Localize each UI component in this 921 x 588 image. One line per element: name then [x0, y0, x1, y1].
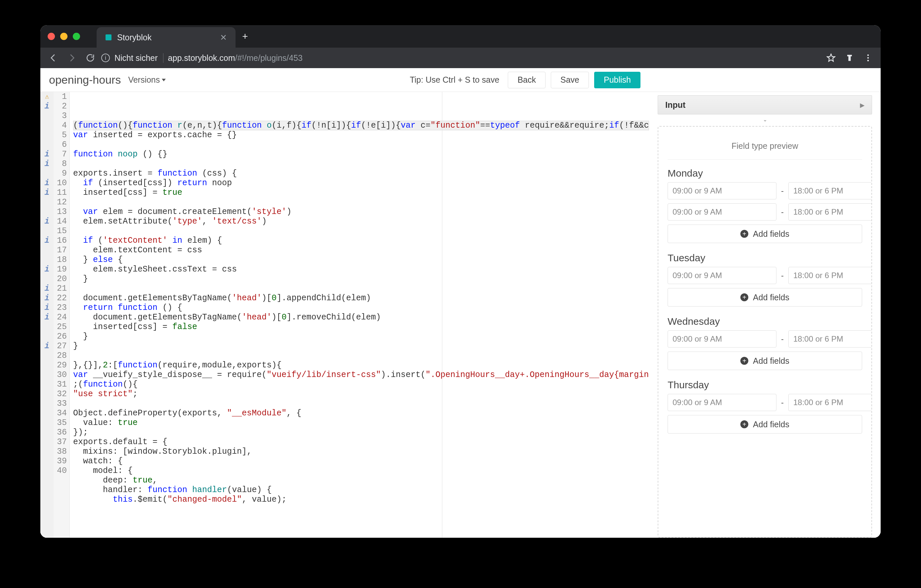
chevron-right-icon: ▸ — [860, 100, 864, 110]
versions-dropdown[interactable]: Versions — [128, 75, 166, 84]
address-field[interactable]: i Nicht sicher app.storyblok.com/#!/me/p… — [101, 53, 820, 63]
dash: - — [780, 335, 785, 344]
plus-icon: + — [740, 420, 748, 428]
add-fields-label: Add fields — [753, 356, 789, 366]
day-name: Tuesday — [667, 252, 862, 263]
open-time-input[interactable] — [667, 203, 776, 221]
code-line[interactable] — [73, 140, 649, 149]
code-editor[interactable]: ⚠iiiiiiiiiiiii 1234567891011121314151617… — [41, 92, 649, 538]
page-title: opening-hours — [49, 73, 121, 86]
reload-icon[interactable] — [85, 53, 95, 63]
code-line[interactable]: mixins: [window.Storyblok.plugin], — [73, 447, 649, 456]
page-content: opening-hours Versions Tip: Use Ctrl + S… — [41, 68, 880, 538]
code-line[interactable]: if (inserted[css]) return noop — [73, 178, 649, 188]
open-time-input[interactable] — [667, 182, 776, 200]
open-time-input[interactable] — [667, 394, 776, 411]
code-line[interactable] — [73, 159, 649, 169]
code-line[interactable]: document.getElementsByTagName('head')[0]… — [73, 312, 649, 322]
day-block: Tuesday-+Add fields — [667, 252, 862, 307]
publish-button[interactable]: Publish — [594, 72, 641, 88]
open-time-input[interactable] — [667, 267, 776, 284]
code-line[interactable]: }); — [73, 427, 649, 437]
code-line[interactable]: exports.insert = function (css) { — [73, 169, 649, 178]
close-time-input[interactable] — [788, 203, 872, 221]
code-line[interactable]: (function(){function r(e,n,t){function o… — [73, 121, 649, 130]
code-body[interactable]: (function(){function r(e,n,t){function o… — [70, 92, 649, 538]
input-panel-header[interactable]: Input ▸ — [658, 95, 872, 114]
code-line[interactable]: if ('textContent' in elem) { — [73, 236, 649, 245]
day-block: Thursday-+Add fields — [667, 379, 862, 434]
site-info-icon[interactable]: i — [101, 54, 110, 62]
not-secure-label: Nicht sicher — [114, 53, 163, 63]
new-tab-icon[interactable]: + — [242, 31, 248, 42]
collapse-icon[interactable]: ⌄ — [649, 116, 880, 123]
code-line[interactable]: } else { — [73, 255, 649, 265]
maximize-window-icon[interactable] — [73, 33, 80, 40]
code-line[interactable]: var elem = document.createElement('style… — [73, 207, 649, 217]
code-line[interactable]: elem.setAttribute('type', 'text/css') — [73, 217, 649, 226]
minimize-window-icon[interactable] — [60, 33, 67, 40]
page-header: opening-hours Versions Tip: Use Ctrl + S… — [41, 68, 649, 92]
code-line[interactable]: exports.default = { — [73, 437, 649, 447]
code-line[interactable]: handler: function handler(value) { — [73, 485, 649, 495]
code-line[interactable]: return function () { — [73, 303, 649, 312]
extensions-icon[interactable] — [845, 53, 854, 62]
code-line[interactable]: Object.defineProperty(exports, "__esModu… — [73, 408, 649, 418]
add-fields-label: Add fields — [753, 229, 789, 239]
back-icon[interactable] — [48, 53, 58, 63]
add-fields-button[interactable]: +Add fields — [667, 415, 862, 434]
url-path: /#!/me/plugins/453 — [235, 53, 303, 62]
tab-bar: Storyblok ✕ + — [41, 25, 880, 48]
code-line[interactable]: document.getElementsByTagName('head')[0]… — [73, 293, 649, 303]
svg-point-1 — [867, 55, 869, 56]
code-line[interactable]: var __vueify_style_dispose__ = require("… — [73, 370, 649, 380]
code-line[interactable]: var inserted = exports.cache = {} — [73, 130, 649, 140]
add-fields-button[interactable]: +Add fields — [667, 224, 862, 243]
code-line[interactable]: "use strict"; — [73, 389, 649, 399]
code-line[interactable]: function noop () {} — [73, 149, 649, 159]
close-time-input[interactable] — [788, 330, 872, 348]
code-line[interactable]: elem.textContent = css — [73, 245, 649, 255]
close-time-input[interactable] — [788, 267, 872, 284]
code-line[interactable]: inserted[css] = false — [73, 322, 649, 332]
code-line[interactable] — [73, 197, 649, 207]
svg-rect-0 — [106, 34, 111, 41]
save-button[interactable]: Save — [551, 72, 589, 88]
code-line[interactable]: } — [73, 341, 649, 351]
code-line[interactable]: elem.styleSheet.cssText = css — [73, 265, 649, 274]
day-name: Wednesday — [667, 316, 862, 327]
close-tab-icon[interactable]: ✕ — [219, 33, 228, 42]
input-panel-label: Input — [665, 100, 685, 110]
code-line[interactable]: model: { — [73, 466, 649, 476]
code-line[interactable]: watch: { — [73, 456, 649, 466]
add-fields-button[interactable]: +Add fields — [667, 352, 862, 370]
code-line[interactable]: } — [73, 332, 649, 341]
forward-icon[interactable] — [67, 53, 77, 63]
add-fields-button[interactable]: +Add fields — [667, 288, 862, 307]
traffic-lights — [48, 33, 80, 40]
code-line[interactable]: } — [73, 274, 649, 284]
preview-title: Field type preview — [667, 134, 862, 159]
versions-label: Versions — [128, 75, 160, 84]
open-time-input[interactable] — [667, 330, 776, 348]
code-line[interactable] — [73, 351, 649, 361]
code-line[interactable]: deep: true, — [73, 476, 649, 485]
code-line[interactable] — [73, 284, 649, 293]
close-window-icon[interactable] — [48, 33, 55, 40]
menu-icon[interactable] — [864, 53, 873, 62]
close-time-input[interactable] — [788, 182, 872, 200]
code-line[interactable]: inserted[css] = true — [73, 188, 649, 197]
close-time-input[interactable] — [788, 394, 872, 411]
code-line[interactable]: },{}],2:[function(require,module,exports… — [73, 361, 649, 370]
back-button[interactable]: Back — [508, 72, 545, 88]
storyblok-favicon — [104, 33, 112, 41]
code-line[interactable]: this.$emit("changed-model", value); — [73, 495, 649, 504]
code-line[interactable]: value: true — [73, 418, 649, 427]
star-icon[interactable] — [827, 53, 836, 62]
code-line[interactable] — [73, 399, 649, 408]
svg-point-2 — [867, 57, 869, 59]
code-line[interactable]: ;(function(){ — [73, 380, 649, 389]
browser-tab[interactable]: Storyblok ✕ — [97, 27, 236, 48]
tab-title: Storyblok — [117, 33, 214, 42]
code-line[interactable] — [73, 226, 649, 236]
